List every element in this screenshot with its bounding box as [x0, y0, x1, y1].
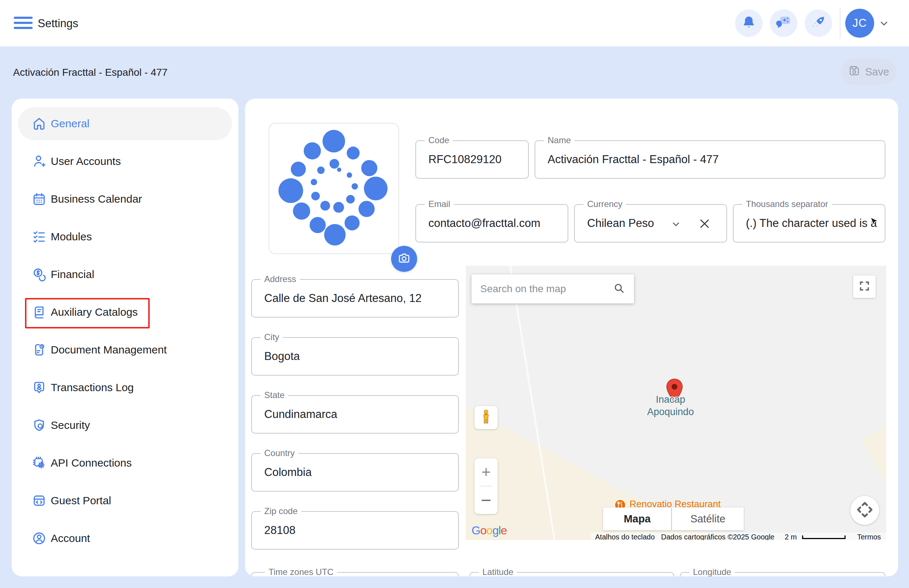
currency-label: Currency	[583, 199, 626, 209]
map-scale-label: 2 m	[785, 533, 797, 540]
sidebar-item-document-management[interactable]: Document Management	[11, 331, 239, 369]
thousands-separator-value: (.) The character used is a p	[746, 217, 880, 230]
zip-code-field[interactable]: Zip code 28108	[251, 511, 459, 549]
terms-link[interactable]: Termos	[857, 533, 881, 540]
save-button[interactable]: Save	[841, 59, 896, 85]
fullscreen-icon	[858, 280, 870, 294]
map-type-map-button[interactable]: Mapa	[603, 507, 671, 530]
app-header: Settings JC	[0, 0, 909, 47]
pan-arrows-icon	[855, 499, 875, 521]
currency-value: Chilean Peso	[587, 217, 654, 230]
name-label: Name	[544, 135, 575, 145]
city-label: City	[261, 332, 283, 342]
save-floppy-icon	[848, 64, 861, 80]
sidebar-item-transactions-log[interactable]: Transactions Log	[11, 369, 239, 406]
shield-icon	[31, 417, 47, 433]
rocket-icon	[811, 15, 827, 32]
longitude-field[interactable]: Longitude	[680, 572, 885, 577]
header-divider	[840, 8, 841, 39]
save-label: Save	[865, 66, 889, 78]
pegman-icon	[478, 409, 494, 426]
map-scale-bar	[802, 535, 846, 539]
sidebar-item-modules[interactable]: Modules	[11, 218, 239, 255]
code-value: RFC10829120	[428, 153, 502, 166]
bell-icon	[741, 15, 756, 32]
map-data-attribution: Dados cartográficos ©2025 Google	[661, 533, 775, 540]
sidebar-item-api-connections[interactable]: API Connections	[11, 444, 239, 482]
map-search-box[interactable]	[471, 275, 634, 304]
name-field[interactable]: Name Activación Fracttal - Español - 477	[534, 140, 885, 179]
timezone-label: Time zones UTC	[265, 567, 337, 577]
state-label: State	[261, 390, 288, 400]
chip-gear-icon	[31, 455, 47, 471]
sidebar-item-business-calendar[interactable]: Business Calendar	[11, 180, 239, 218]
longitude-label: Longitude	[689, 567, 735, 577]
map-fullscreen-button[interactable]	[853, 276, 876, 298]
thousands-separator-field[interactable]: Thousands separator (.) The character us…	[733, 204, 885, 242]
search-icon[interactable]	[613, 282, 625, 296]
country-field[interactable]: Country Colombia	[251, 453, 459, 491]
notifications-button[interactable]	[735, 10, 762, 37]
thousands-separator-label: Thousands separator	[742, 199, 832, 209]
name-value: Activación Fracttal - Español - 477	[547, 153, 719, 166]
keyboard-shortcuts-link[interactable]: Atalhos do teclado	[595, 533, 655, 540]
map-search-input[interactable]	[480, 283, 613, 295]
camera-icon	[397, 251, 412, 267]
currency-dropdown-chevron-icon[interactable]	[670, 218, 682, 232]
email-value: contacto@fracttal.com	[428, 217, 540, 230]
sidebar-item-guest-portal[interactable]: Guest Portal	[11, 482, 239, 520]
zip-code-value: 28108	[264, 524, 295, 537]
user-avatar[interactable]: JC	[845, 9, 874, 38]
country-label: Country	[261, 448, 298, 458]
address-value: Calle de San José Artesano, 12	[264, 292, 421, 305]
assistant-chat-button[interactable]	[770, 10, 798, 37]
calendar-icon	[31, 191, 47, 207]
google-map[interactable]: Inacap Apoquindo + − Google Renovatio Re…	[466, 266, 886, 540]
city-value: Bogota	[264, 350, 300, 363]
chevron-down-icon[interactable]	[878, 18, 890, 31]
state-field[interactable]: State Cundinamarca	[251, 395, 459, 434]
sidebar-item-auxiliary-catalogs[interactable]: Auxiliary Catalogs	[11, 293, 239, 331]
whats-new-button[interactable]	[805, 10, 832, 37]
city-field[interactable]: City Bogota	[251, 337, 459, 376]
checklist-icon	[31, 229, 47, 245]
hamburger-menu-icon[interactable]	[14, 17, 32, 30]
map-pan-control[interactable]	[850, 496, 879, 525]
zoom-in-button[interactable]: +	[475, 458, 497, 486]
sidebar-item-financial[interactable]: Financial	[11, 255, 239, 293]
zoom-out-button[interactable]: −	[475, 486, 497, 514]
state-value: Cundinamarca	[264, 408, 337, 421]
dollar-coin-icon	[31, 267, 47, 283]
latitude-field[interactable]: Latitude	[469, 572, 674, 577]
settings-sidebar: General User Accounts Business Calendar …	[11, 99, 239, 577]
sidebar-item-account[interactable]: Account	[11, 520, 239, 557]
document-clock-icon	[31, 342, 47, 358]
code-label: Code	[425, 135, 453, 145]
fracttal-dots-logo	[269, 124, 398, 254]
currency-field[interactable]: Currency Chilean Peso	[574, 204, 727, 242]
page-title: Settings	[38, 17, 78, 30]
book-icon	[31, 304, 47, 320]
address-field[interactable]: Address Calle de San José Artesano, 12	[251, 279, 459, 318]
timezone-field[interactable]: Time zones UTC	[251, 572, 459, 577]
currency-clear-icon[interactable]	[697, 216, 712, 233]
upload-photo-button[interactable]	[391, 246, 417, 272]
company-logo-box[interactable]	[268, 123, 399, 254]
sidebar-item-user-accounts[interactable]: User Accounts	[11, 142, 239, 180]
latitude-label: Latitude	[479, 567, 517, 577]
country-value: Colombia	[264, 466, 312, 479]
user-circle-icon	[31, 530, 47, 546]
home-icon	[31, 116, 47, 132]
sidebar-item-general[interactable]: General	[11, 105, 239, 142]
code-field[interactable]: Code RFC10829120	[415, 140, 529, 179]
email-field[interactable]: Email contacto@fracttal.com	[415, 204, 568, 242]
browser-code-icon	[31, 493, 47, 509]
email-label: Email	[425, 199, 454, 209]
google-logo: Google	[471, 524, 507, 537]
pegman-control[interactable]	[475, 406, 497, 429]
map-type-satellite-button[interactable]: Satélite	[672, 507, 744, 530]
general-settings-panel: Code RFC10829120 Name Activación Fractta…	[245, 99, 898, 577]
user-plus-icon	[31, 153, 47, 169]
zip-code-label: Zip code	[261, 506, 301, 516]
sidebar-item-security[interactable]: Security	[11, 406, 239, 444]
